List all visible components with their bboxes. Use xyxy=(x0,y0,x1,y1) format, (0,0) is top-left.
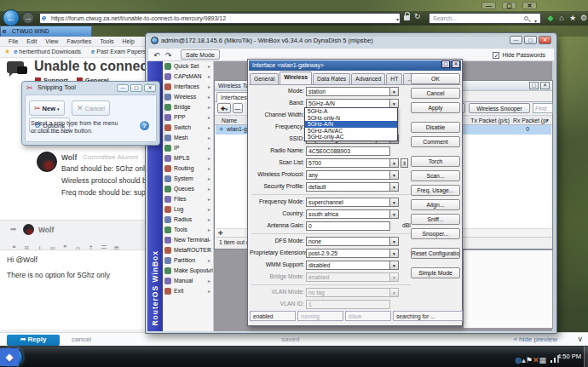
show-desktop-button[interactable] xyxy=(584,347,588,367)
column-tx-packet[interactable]: Tx Packet (p/s) xyxy=(460,116,510,125)
maximize-icon[interactable]: ▢ xyxy=(130,84,142,92)
winbox-menu-item[interactable]: Files ▸ xyxy=(163,194,213,204)
find-input[interactable]: Find xyxy=(533,103,553,113)
help-icon[interactable]: ? xyxy=(140,121,149,130)
close-icon[interactable]: ✕ xyxy=(452,60,460,68)
settings-gear-icon[interactable]: ⚙ xyxy=(579,13,588,23)
field-input[interactable]: none xyxy=(306,237,390,246)
undo-icon[interactable]: ↶ xyxy=(153,49,160,61)
safe-mode-button[interactable]: Safe Mode xyxy=(181,49,220,60)
dropdown-arrow-icon[interactable]: ▾ xyxy=(390,249,399,258)
winbox-menu-item[interactable]: Partition ▸ xyxy=(163,255,213,266)
close-icon[interactable]: ✕ xyxy=(540,82,550,89)
field-input[interactable]: station xyxy=(306,87,390,96)
menu-bar-item[interactable]: Tools xyxy=(100,38,113,44)
winbox-menu-item[interactable]: Radius ▸ xyxy=(163,215,213,225)
minimize-icon[interactable]: — xyxy=(117,84,129,92)
dialog-tab[interactable]: HT xyxy=(386,73,402,84)
winbox-menu-item[interactable]: Queues ▸ xyxy=(163,184,213,194)
favorites-bar-star-icon[interactable]: ★ xyxy=(4,48,10,55)
favorites-item[interactable]: eherberthurd Downloads xyxy=(14,49,81,54)
collapse-chevron-icon[interactable]: ∨ xyxy=(577,335,583,343)
field-input[interactable]: disabled xyxy=(306,261,390,270)
dropdown-arrow-icon[interactable]: ▾ xyxy=(390,261,399,270)
menu-bar-item[interactable]: View xyxy=(45,38,58,44)
field-input[interactable]: default xyxy=(306,182,390,192)
minimize-icon[interactable]: — xyxy=(481,2,496,9)
dialog-tab[interactable]: Advanced xyxy=(351,73,385,84)
dialog-button[interactable]: Freq. Usage... xyxy=(411,185,460,196)
dropdown-arrow-icon[interactable]: ▾ xyxy=(390,288,399,297)
winbox-menu-item[interactable]: Exit ▸ xyxy=(163,286,213,296)
dropdown-arrow-icon[interactable]: ▾ xyxy=(390,198,399,207)
spinner-icon[interactable]: ⇕ xyxy=(401,158,408,168)
winbox-titlebar[interactable]: admin@172.18.145.6 (MikroTik) - WinBox v… xyxy=(147,34,555,48)
post-author[interactable]: Wolf xyxy=(61,153,77,162)
band-option[interactable]: 5GHz-A/N xyxy=(305,121,397,128)
field-input[interactable]: superchannel xyxy=(306,198,390,207)
close-icon[interactable]: ✕ xyxy=(539,36,551,44)
column-rx-packet[interactable]: Rx Packet (p/s) xyxy=(513,116,547,125)
field-input[interactable]: 5700 xyxy=(306,158,390,168)
hide-passwords-checkbox[interactable]: ✓Hide Passwords xyxy=(493,49,545,60)
dialog-button[interactable]: Snooper... xyxy=(411,228,460,239)
winbox-menu-item[interactable]: Make Supout.rif ▸ xyxy=(163,266,213,276)
action-center-flag-icon[interactable]: ⚑ xyxy=(526,356,533,364)
maximize-icon[interactable]: ▢ xyxy=(529,82,539,89)
winbox-menu-item[interactable]: Log ▸ xyxy=(163,204,213,215)
tray-app-icon[interactable]: ▦ xyxy=(539,356,546,364)
search-icon[interactable] xyxy=(524,16,528,20)
refresh-icon[interactable]: ↻ xyxy=(414,12,421,20)
dropdown-arrow-icon[interactable]: ▾ xyxy=(390,209,399,219)
add-interface-button[interactable]: ✚▾ xyxy=(217,103,231,113)
winbox-menu-item[interactable]: Switch ▸ xyxy=(163,123,213,133)
dialog-button[interactable]: Torch xyxy=(411,156,460,167)
field-input[interactable]: no tag xyxy=(306,288,390,297)
winbox-menu-item[interactable]: Interfaces ▸ xyxy=(163,82,213,92)
column-name[interactable]: Name xyxy=(222,116,237,125)
winbox-menu-item[interactable]: IP ▸ xyxy=(163,143,213,153)
winbox-menu-item[interactable]: Bridge ▸ xyxy=(163,102,213,112)
band-option[interactable]: 5GHz-A/N/AC xyxy=(305,128,397,135)
field-input[interactable]: any xyxy=(306,170,390,180)
post-avatar[interactable] xyxy=(37,152,57,172)
dialog-button[interactable]: Scan... xyxy=(411,170,460,181)
maximize-icon[interactable]: ▢ xyxy=(502,2,516,9)
avast-webrep-icon[interactable]: ◆ xyxy=(545,13,556,23)
band-option[interactable]: 5GHz-only-N xyxy=(305,115,397,122)
dialog-tab[interactable]: Data Rates xyxy=(313,73,350,84)
winbox-menu-item[interactable]: MetaROUTER ▸ xyxy=(163,245,213,255)
minimize-icon[interactable]: — xyxy=(510,36,522,44)
dialog-button[interactable]: Disable xyxy=(411,122,460,133)
dialog-button[interactable]: Cancel xyxy=(411,88,460,99)
close-icon[interactable]: ✕ xyxy=(522,2,537,9)
menu-bar-item[interactable]: Favorites xyxy=(66,38,91,44)
field-input[interactable]: post-2.9.25 xyxy=(306,249,390,258)
interface-dialog-titlebar[interactable]: Interface <wlan1-gateway> xyxy=(249,60,461,71)
dialog-button[interactable]: Simple Mode xyxy=(411,267,460,278)
menu-bar-item[interactable]: Help xyxy=(123,38,135,44)
dropdown-arrow-icon[interactable]: ▾ xyxy=(390,158,399,168)
cancel-link[interactable]: cancel xyxy=(72,335,91,343)
browser-tab[interactable]: e CTWUG WIND xyxy=(0,26,92,37)
winbox-menu-item[interactable]: PPP ▸ xyxy=(163,112,213,123)
field-input[interactable]: 1 xyxy=(306,300,390,309)
winbox-menu-item[interactable]: Wireless ▸ xyxy=(163,92,213,102)
forward-button[interactable]: → xyxy=(22,12,34,24)
menu-bar-item[interactable]: File xyxy=(9,38,18,44)
blue-app-icon[interactable]: ◆ xyxy=(0,348,19,366)
dialog-button[interactable]: Comment xyxy=(411,136,460,147)
dropdown-arrow-icon[interactable]: ▾ xyxy=(390,272,399,282)
field-input[interactable]: enabled xyxy=(306,272,390,282)
hide-preview-link[interactable]: « hide preview xyxy=(513,335,557,343)
reply-button[interactable]: ➦ Reply xyxy=(7,335,60,346)
dialog-button[interactable]: OK xyxy=(411,73,460,84)
dialog-button[interactable]: Reset Configuration xyxy=(411,248,460,259)
address-bar[interactable]: e https://forum.ctwug.za.net/t/unable-to… xyxy=(39,13,401,24)
home-icon[interactable]: ⌂ xyxy=(556,13,567,23)
band-option[interactable]: 5GHz-only-AC xyxy=(305,134,397,140)
filter-dropdown-icon[interactable]: ▾ xyxy=(546,116,549,125)
field-input[interactable]: 0 xyxy=(306,221,390,231)
back-button[interactable]: ← xyxy=(3,9,20,26)
dialog-tab[interactable]: Wireless xyxy=(280,72,312,84)
